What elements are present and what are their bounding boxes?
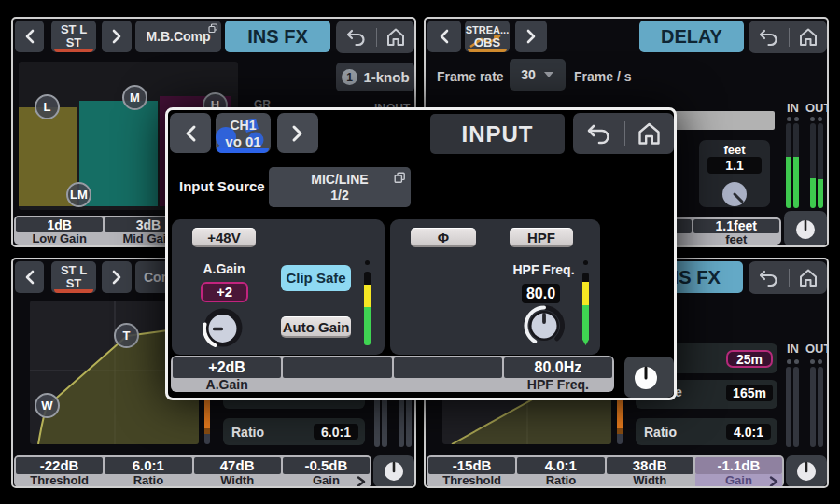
svg-text:1: 1 [347,71,354,84]
